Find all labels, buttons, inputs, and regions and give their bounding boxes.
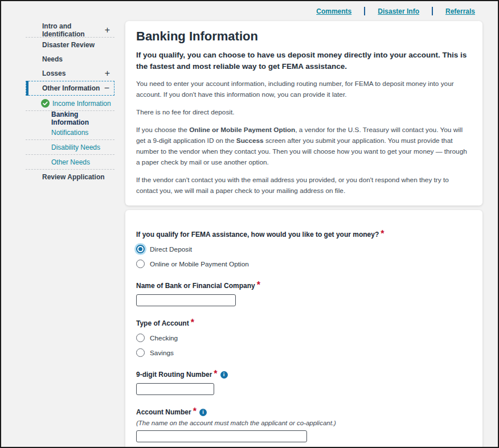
sidebar-item-label: Notifications — [51, 129, 88, 137]
required-asterisk: * — [191, 318, 194, 327]
required-asterisk: * — [193, 406, 197, 416]
sidebar-item-label: Disability Needs — [51, 143, 100, 151]
nav-separator — [432, 7, 433, 15]
radio-row-checking: Checking — [136, 333, 472, 343]
routing-number-field: 9-digit Routing Number* — [136, 369, 472, 395]
intro-paragraph: If the vendor can't contact you with the… — [136, 175, 472, 196]
top-nav: Comments Disaster Info Referrals — [316, 7, 475, 15]
online-mobile-payment-radio[interactable] — [136, 260, 145, 268]
expand-icon[interactable]: + — [105, 26, 110, 35]
radio-row-direct-deposit: Direct Deposit — [136, 244, 472, 254]
sidebar-item-label: Banking Information — [51, 110, 114, 126]
account-info-icon[interactable] — [199, 409, 207, 416]
top-nav-link-comments[interactable]: Comments — [316, 7, 351, 15]
intro-paragraph: There is no fee for direct deposit. — [136, 107, 472, 118]
active-section-bar — [26, 81, 28, 96]
direct-deposit-radio[interactable] — [136, 245, 145, 253]
steps-sidebar: Intro and Identification + Disaster Revi… — [26, 23, 114, 184]
sidebar-item-other-needs[interactable]: Other Needs — [26, 155, 114, 169]
account-type-group: Type of Account* Checking Savings — [136, 318, 472, 357]
direct-deposit-label[interactable]: Direct Deposit — [150, 245, 192, 253]
sidebar-item-label: Other Information — [42, 84, 100, 92]
required-asterisk: * — [381, 229, 384, 239]
sidebar-item-label: Losses — [42, 69, 66, 77]
checking-label[interactable]: Checking — [150, 334, 178, 342]
sidebar-item-intro-and-identification[interactable]: Intro and Identification + — [26, 23, 114, 37]
expand-icon[interactable]: + — [105, 69, 110, 78]
collapse-icon[interactable]: − — [104, 84, 109, 93]
page-lead: If you qualify, you can choose to have u… — [136, 50, 472, 73]
account-number-label: Account Number — [136, 408, 191, 416]
bank-name-input[interactable] — [136, 294, 236, 306]
bank-name-field: Name of Bank or Financial Company* — [136, 280, 472, 306]
intro-card: Banking Information If you qualify, you … — [125, 21, 482, 205]
top-nav-link-referrals[interactable]: Referrals — [445, 7, 475, 15]
page-title: Banking Information — [136, 29, 472, 44]
radio-row-online-mobile: Online or Mobile Payment Option — [136, 259, 472, 269]
account-number-note: (The name on the account must match the … — [136, 420, 472, 426]
payment-method-group: If you qualify for FEMA assistance, how … — [136, 229, 472, 269]
bank-name-label: Name of Bank or Financial Company — [136, 282, 255, 290]
main-content: Banking Information If you qualify, you … — [125, 21, 482, 448]
savings-label[interactable]: Savings — [150, 349, 174, 357]
radio-row-savings: Savings — [136, 348, 472, 357]
payment-method-question: If you qualify for FEMA assistance, how … — [136, 231, 379, 239]
sidebar-item-banking-information[interactable]: Banking Information — [26, 111, 114, 125]
sidebar-item-label: Intro and Identification — [42, 22, 114, 38]
routing-number-input[interactable] — [136, 383, 214, 395]
banking-form-card: If you qualify for FEMA assistance, how … — [125, 210, 482, 448]
checking-radio[interactable] — [136, 334, 145, 342]
account-number-input[interactable] — [136, 430, 307, 442]
sidebar-item-income-information[interactable]: Income Information — [26, 96, 114, 110]
nav-separator — [364, 7, 365, 15]
sidebar-item-label: Income Information — [52, 100, 111, 108]
account-type-label: Type of Account — [136, 319, 189, 327]
sidebar-item-review-application[interactable]: Review Application — [26, 170, 114, 184]
required-asterisk: * — [257, 280, 260, 290]
completed-check-icon — [41, 99, 50, 108]
account-number-field: Account Number* (The name on the account… — [136, 406, 472, 442]
sidebar-item-disability-needs[interactable]: Disability Needs — [26, 140, 114, 154]
sidebar-item-other-information[interactable]: Other Information − — [26, 81, 114, 96]
sidebar-item-label: Disaster Review — [42, 41, 95, 49]
intro-paragraph: You need to enter your account informati… — [136, 79, 472, 100]
app-window: Comments Disaster Info Referrals Intro a… — [0, 0, 499, 448]
sidebar-item-label: Needs — [42, 55, 63, 63]
online-mobile-payment-label[interactable]: Online or Mobile Payment Option — [150, 260, 249, 268]
sidebar-item-needs[interactable]: Needs — [26, 52, 114, 66]
routing-number-label: 9-digit Routing Number — [136, 371, 212, 379]
sidebar-item-notifications[interactable]: Notifications — [26, 125, 114, 139]
intro-paragraph: If you choose the Online or Mobile Payme… — [136, 125, 472, 168]
routing-info-icon[interactable] — [220, 371, 228, 379]
savings-radio[interactable] — [136, 348, 145, 357]
sidebar-item-label: Other Needs — [51, 158, 90, 166]
sidebar-item-disaster-review[interactable]: Disaster Review — [26, 38, 114, 52]
sidebar-item-losses[interactable]: Losses + — [26, 66, 114, 80]
required-asterisk: * — [214, 369, 217, 379]
sidebar-item-label: Review Application — [42, 173, 105, 181]
top-nav-link-disaster-info[interactable]: Disaster Info — [378, 7, 419, 15]
